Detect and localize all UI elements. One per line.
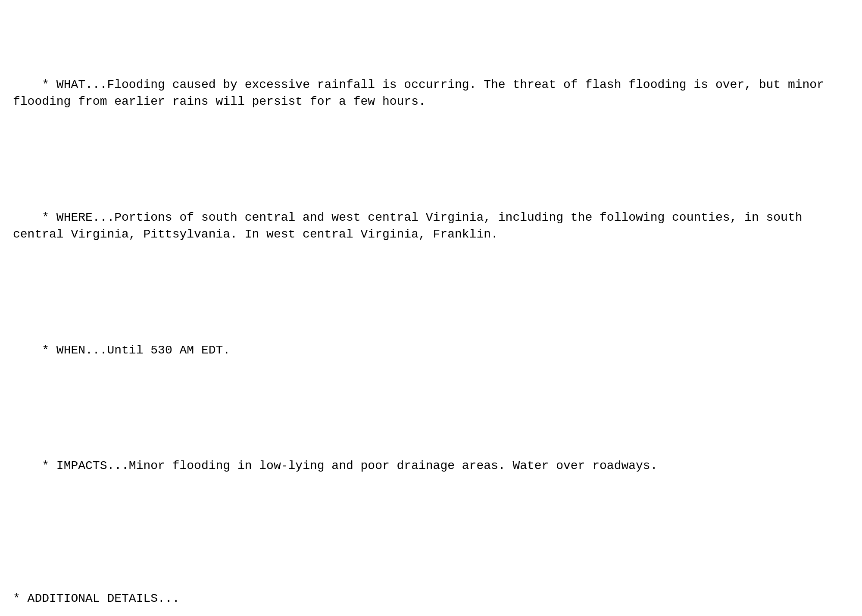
what-body: Flooding caused by excessive rainfall is… <box>13 78 831 108</box>
weather-advisory: * WHAT...Flooding caused by excessive ra… <box>13 9 849 616</box>
where-section: * WHERE...Portions of south central and … <box>13 192 849 260</box>
what-label: * WHAT... <box>42 78 107 91</box>
where-body: Portions of south central and west centr… <box>13 211 809 241</box>
when-body: Until 530 AM EDT. <box>107 344 230 357</box>
impacts-text: * IMPACTS...Minor flooding in low-lying … <box>42 459 657 472</box>
what-text: * WHAT...Flooding caused by excessive ra… <box>13 78 831 108</box>
where-label: * WHERE... <box>42 211 114 224</box>
additional-label: * ADDITIONAL DETAILS... <box>13 590 849 607</box>
when-label: * WHEN... <box>42 344 107 357</box>
additional-section: * ADDITIONAL DETAILS... - At 234 AM EDT,… <box>13 557 849 616</box>
where-text: * WHERE...Portions of south central and … <box>13 211 809 241</box>
when-text: * WHEN...Until 530 AM EDT. <box>42 344 230 357</box>
when-section: * WHEN...Until 530 AM EDT. <box>13 325 849 375</box>
impacts-body: Minor flooding in low-lying and poor dra… <box>129 459 658 472</box>
what-section: * WHAT...Flooding caused by excessive ra… <box>13 59 849 127</box>
impacts-section: * IMPACTS...Minor flooding in low-lying … <box>13 441 849 491</box>
impacts-label: * IMPACTS... <box>42 459 129 472</box>
